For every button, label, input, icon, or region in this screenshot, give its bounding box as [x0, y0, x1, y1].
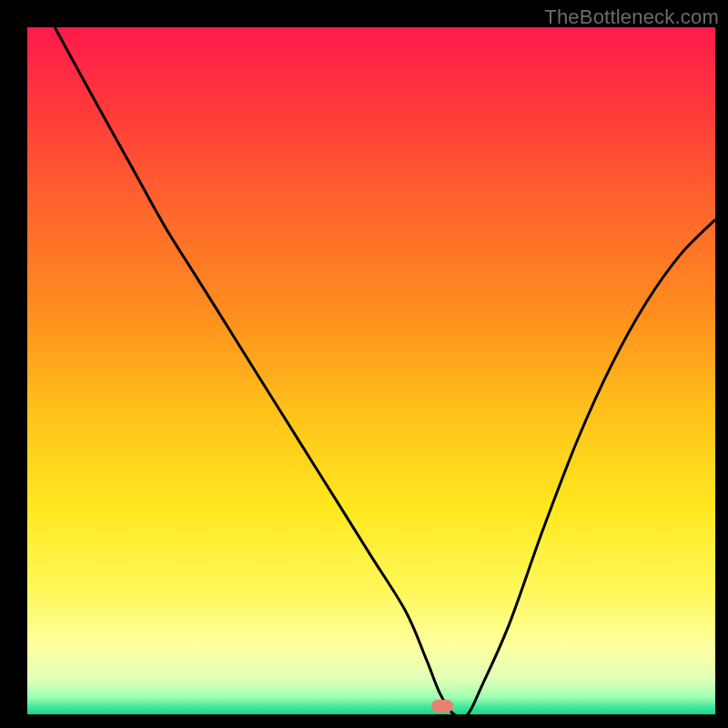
gradient-background — [27, 27, 715, 714]
minimum-marker — [431, 700, 453, 713]
site-watermark: TheBottleneck.com — [544, 5, 719, 29]
